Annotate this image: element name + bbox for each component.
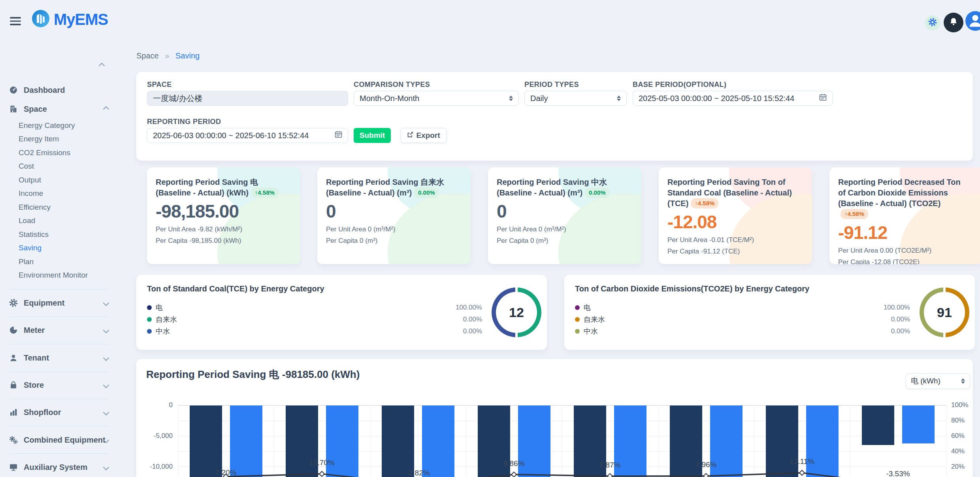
sidebar-item-tenant[interactable]: Tenant — [9, 350, 111, 366]
donut-legend: 电 自来水 中水 — [147, 302, 177, 337]
chevron-down-icon — [103, 300, 109, 306]
sidebar-item-statistics[interactable]: Statistics — [19, 229, 109, 240]
line-marker — [703, 473, 709, 477]
sidebar-item-dashboard[interactable]: Dashboard — [9, 82, 111, 98]
sidebar-item-meter[interactable]: Meter — [9, 322, 111, 338]
bell-icon — [948, 17, 959, 28]
sidebar-item-label: Space — [24, 105, 47, 114]
status-badge: ↑4.58% — [841, 209, 868, 219]
chevron-up-icon — [103, 106, 109, 112]
reporting-period-input[interactable]: 2025-06-03 00:00:00 ~ 2025-06-10 15:52:4… — [147, 128, 348, 143]
divider — [9, 289, 108, 289]
tco2e-by-energy-category-card: Ton of Carbon Dioxide Emissions(TCO2E) b… — [564, 275, 975, 350]
saving-rate-line — [178, 405, 946, 477]
reporting-period-value: 2025-06-03 00:00:00 ~ 2025-06-10 15:52:4… — [153, 131, 309, 140]
stat-card-value: 0 — [326, 201, 456, 222]
sidebar-item-cost[interactable]: Cost — [19, 160, 109, 172]
status-badge: ↑4.58% — [251, 188, 279, 198]
right-axis-tick: 20% — [951, 463, 965, 471]
chart-plot-area: 7.20%10.70%-2.82%9.86%7.87%7.96%12.11%-3… — [178, 405, 946, 477]
status-badge: ↑4.58% — [691, 198, 718, 208]
sidebar-item-equipment[interactable]: Equipment — [9, 295, 111, 311]
per-unit-area: Per Unit Area 0.00 (TCO2E/M²) — [838, 247, 969, 255]
person-icon — [9, 353, 18, 362]
period-types-value: Daily — [530, 94, 548, 103]
legend-item: 中水 — [147, 325, 177, 337]
status-badge: 0.00% — [414, 188, 439, 198]
donut-legend: 电 自来水 中水 — [575, 302, 605, 337]
per-unit-area: Per Unit Area -0.01 (TCE/M²) — [667, 236, 798, 244]
sidebar-item-label: Shopfloor — [24, 408, 61, 417]
left-axis-tick: -10,000 — [136, 463, 173, 471]
legend-dot — [575, 329, 580, 334]
sidebar-item-store[interactable]: Store — [9, 377, 111, 393]
rate-label-0: 7.20% — [215, 468, 237, 477]
per-unit-area: Per Unit Area 0 (m³/M²) — [326, 225, 456, 233]
right-axis-tick: 40% — [951, 447, 965, 455]
notifications-button[interactable] — [944, 13, 963, 32]
sidebar-item-energy-item[interactable]: Energy Item — [19, 133, 109, 145]
space-field-label: SPACE — [147, 81, 172, 89]
select-arrows-icon — [617, 96, 621, 101]
base-period-label: BASE PERIOD(OPTIONAL) — [633, 81, 726, 89]
stat-card-value: 0 — [497, 201, 627, 222]
user-avatar[interactable] — [965, 11, 980, 31]
sidebar-item-plan[interactable]: Plan — [19, 256, 109, 268]
select-arrows-icon — [509, 96, 513, 101]
legend-dot — [147, 329, 152, 334]
line-marker — [799, 470, 805, 475]
person-icon — [965, 11, 980, 31]
legend-item: 中水 — [575, 325, 605, 337]
comparison-types-select[interactable]: Month-On-Month — [354, 91, 519, 106]
sidebar-collapse-toggle[interactable] — [100, 62, 104, 69]
base-period-input[interactable]: 2025-05-03 00:00:00 ~ 2025-05-10 15:52:4… — [633, 91, 833, 106]
comparison-types-label: COMPARISON TYPES — [354, 81, 430, 89]
sidebar-item-space[interactable]: Space — [9, 101, 111, 117]
sidebar-item-output[interactable]: Output — [19, 174, 109, 186]
rate-label-6: 12.11% — [790, 457, 814, 466]
breadcrumb-current[interactable]: Saving — [175, 51, 200, 60]
sidebar-item-combined-equipment[interactable]: Combined Equipment — [9, 432, 111, 448]
donut-chart-title: Ton of Carbon Dioxide Emissions(TCO2E) b… — [575, 284, 809, 293]
bar-chart-icon — [9, 408, 18, 417]
sidebar-item-label: Tenant — [24, 353, 49, 362]
stat-card-title: Reporting Period Decreased Ton of Carbon… — [838, 177, 969, 220]
sidebar-item-co2-emissions[interactable]: CO2 Emissions — [19, 147, 109, 159]
submit-button[interactable]: Submit — [354, 128, 391, 143]
tce-by-energy-category-card: Ton of Standard Coal(TCE) by Energy Cate… — [136, 275, 547, 350]
sidebar-item-label: Combined Equipment — [24, 436, 106, 445]
calendar-icon — [335, 131, 342, 140]
line-marker — [511, 472, 516, 477]
building-icon — [9, 104, 18, 114]
brand-logo[interactable]: MyEMS — [32, 9, 108, 29]
sidebar-item-saving[interactable]: Saving — [19, 242, 109, 254]
sidebar-item-income[interactable]: Income — [19, 188, 109, 199]
sidebar-item-energy-category[interactable]: Energy Category — [19, 120, 109, 131]
hamburger-menu-icon[interactable] — [10, 17, 21, 27]
sidebar-item-shopfloor[interactable]: Shopfloor — [9, 404, 111, 420]
divider — [9, 344, 108, 344]
sidebar-item-auxiliary-system[interactable]: Auxiliary System — [9, 459, 111, 475]
legend-item: 电 — [575, 302, 605, 314]
divider — [9, 372, 108, 372]
space-input[interactable]: 一度城/办公楼 — [147, 91, 348, 106]
brand-logo-icon — [32, 9, 50, 29]
stat-card-reclaimed-water-saving: Reporting Period Saving 中水 (Baseline - A… — [488, 167, 641, 264]
settings-gear-button[interactable] — [925, 15, 940, 30]
stat-card-electricity-saving: Reporting Period Saving 电 (Baseline - Ac… — [147, 167, 300, 264]
reporting-period-label: REPORTING PERIOD — [147, 118, 221, 126]
per-capita: Per Capita -91.12 (TCE) — [667, 248, 798, 255]
chevron-down-icon — [103, 327, 109, 333]
period-types-select[interactable]: Daily — [524, 91, 627, 106]
legend-percentages: 100.00%0.00%0.00% — [427, 302, 482, 337]
legend-dot — [575, 317, 580, 322]
legend-dot — [147, 305, 152, 310]
divider — [9, 453, 108, 454]
right-axis-tick: 60% — [951, 432, 965, 440]
sidebar-item-load[interactable]: Load — [19, 215, 109, 227]
sidebar-item-efficiency[interactable]: Efficiency — [19, 201, 109, 213]
export-button[interactable]: Export — [401, 128, 447, 143]
chevron-down-icon — [103, 382, 109, 388]
sidebar-item-environment-monitor[interactable]: Environment Monitor — [19, 269, 109, 281]
breadcrumb-space-link[interactable]: Space — [136, 51, 159, 60]
